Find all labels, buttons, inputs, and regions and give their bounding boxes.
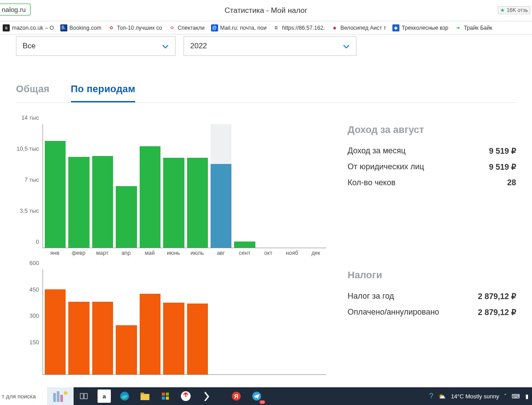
bookmark-label: mazon.co.uk – O <box>12 25 54 31</box>
lang-icon[interactable]: ⌨ <box>512 393 520 400</box>
svg-rect-9 <box>162 393 165 396</box>
x-tick: авг <box>211 248 232 257</box>
bar-fill <box>92 302 113 374</box>
reviews-badge[interactable]: 16K отзь <box>498 6 530 14</box>
bar[interactable] <box>282 269 302 374</box>
taskbar-search-placeholder: т для поиска <box>2 393 36 400</box>
bar[interactable] <box>282 124 302 248</box>
bar[interactable] <box>45 269 66 374</box>
bar[interactable] <box>45 124 66 248</box>
bar[interactable] <box>140 124 160 248</box>
filter-type-select[interactable]: Все <box>16 36 176 56</box>
taskbar-widget[interactable] <box>47 387 74 405</box>
bar-fill <box>211 164 231 248</box>
app-icon[interactable] <box>196 387 216 405</box>
yandex-icon[interactable]: Я <box>226 387 246 405</box>
bar-fill <box>116 325 137 374</box>
bookmark-item[interactable]: 🗎https://86.57.162. <box>273 24 325 31</box>
bar-fill <box>116 186 137 248</box>
explorer-icon[interactable] <box>135 387 155 405</box>
bar[interactable] <box>258 124 279 248</box>
bar[interactable] <box>68 124 89 248</box>
bar[interactable] <box>92 124 113 248</box>
taskbar-apps: a Я 10 <box>74 387 267 405</box>
tax-chart[interactable]: 150300450600 <box>43 269 326 384</box>
x-tick: окт <box>258 248 279 257</box>
bookmark-favicon-icon: ◆ <box>331 24 338 31</box>
tax-stats-panel: Налоги Налог за год2 879,12Оплачено/анну… <box>326 269 516 384</box>
bar[interactable] <box>116 269 137 374</box>
bookmark-item[interactable]: ◆Велосипед Аист т <box>331 24 386 31</box>
y-tick: 0 <box>36 238 39 245</box>
bar[interactable] <box>163 124 184 248</box>
taskbar-search[interactable]: т для поиска <box>0 387 47 405</box>
bar[interactable] <box>211 269 231 374</box>
bar[interactable] <box>68 269 89 374</box>
edge-icon[interactable] <box>114 387 135 405</box>
bar-fill <box>92 156 113 248</box>
bar-fill <box>187 304 208 374</box>
bookmark-item[interactable]: ◆Трехколесные взр <box>392 24 448 31</box>
tray-chevron-icon[interactable]: ˆ <box>505 393 506 400</box>
bar-fill <box>68 302 89 374</box>
bar[interactable] <box>234 124 255 248</box>
windows-taskbar[interactable]: т для поиска a Я 10 ? ⛅ 14°C Mostly sunn… <box>0 387 532 405</box>
bar[interactable] <box>305 124 326 248</box>
bookmark-item[interactable]: ✿Топ-10 лучших со <box>108 24 162 31</box>
y-tick: 450 <box>29 286 39 292</box>
bar-fill <box>163 158 184 248</box>
filter-year-value: 2022 <box>190 42 207 51</box>
help-icon[interactable]: ? <box>429 392 433 400</box>
tab-general[interactable]: Общая <box>16 80 50 102</box>
x-tick: июль <box>187 248 208 257</box>
bar[interactable] <box>92 269 113 374</box>
svg-point-3 <box>64 391 67 395</box>
stat-label: Доход за месяц <box>348 146 406 156</box>
bookmark-label: Топ-10 лучших со <box>117 25 162 31</box>
bookmarks-bar: amazon.co.uk – OB.Booking.com✿Топ-10 луч… <box>0 21 532 35</box>
tax-stats-title: Налоги <box>348 269 516 281</box>
bookmark-item[interactable]: @Mail.ru: почта, пои <box>211 24 267 31</box>
bookmark-item[interactable]: amazon.co.uk – O <box>3 24 54 31</box>
bookmark-label: Спектакли <box>178 25 205 31</box>
bar[interactable] <box>116 124 137 248</box>
bar[interactable] <box>234 269 255 374</box>
yandex-browser-icon[interactable] <box>176 387 196 405</box>
bar[interactable] <box>140 269 160 374</box>
bar-fill <box>140 146 160 248</box>
bookmark-favicon-icon: 🗎 <box>273 24 280 31</box>
income-stats-title: Доход за август <box>348 124 516 136</box>
tab-periods[interactable]: По периодам <box>71 80 136 102</box>
store-icon[interactable] <box>155 387 176 405</box>
bar[interactable] <box>187 124 208 248</box>
svg-rect-7 <box>141 394 149 400</box>
y-tick: 14 тыс <box>21 114 39 121</box>
bookmark-label: Booking.com <box>70 25 102 31</box>
svg-rect-5 <box>84 393 87 399</box>
income-chart[interactable]: 03,5 тыс7 тыс10,5 тыс14 тыс янвфеврмарта… <box>43 124 326 257</box>
tabs: Общая По периодам <box>16 80 516 103</box>
bar-fill <box>45 141 66 248</box>
bar[interactable] <box>187 269 208 374</box>
amazon-icon[interactable]: a <box>98 389 111 403</box>
x-tick: апр <box>116 248 137 257</box>
y-tick: 10,5 тыс <box>16 145 39 152</box>
task-view-icon[interactable] <box>74 387 94 405</box>
bar[interactable] <box>163 269 184 374</box>
bookmark-item[interactable]: ✿Спектакли <box>168 24 205 31</box>
system-tray[interactable]: ? ⛅ 14°C Mostly sunny ˆ ⌨ ▮ <box>429 392 532 400</box>
telegram-icon[interactable]: 10 <box>246 387 267 405</box>
x-tick: февр <box>68 248 90 257</box>
bar[interactable] <box>258 269 279 374</box>
bar-fill <box>163 303 184 374</box>
bar[interactable] <box>305 269 326 374</box>
bookmark-favicon-icon: ➔ <box>454 24 462 31</box>
bar-fill <box>234 241 255 248</box>
bookmark-item[interactable]: ➔Трайк Байк <box>454 24 492 31</box>
bookmark-item[interactable]: B.Booking.com <box>60 24 102 31</box>
income-stats-panel: Доход за август Доход за месяц9 519От юр… <box>326 124 516 257</box>
weather-text[interactable]: 14°C Mostly sunny <box>451 393 499 400</box>
battery-icon[interactable]: ▮ <box>525 393 528 400</box>
bar[interactable] <box>211 124 231 248</box>
filter-year-select[interactable]: 2022 <box>184 36 356 56</box>
